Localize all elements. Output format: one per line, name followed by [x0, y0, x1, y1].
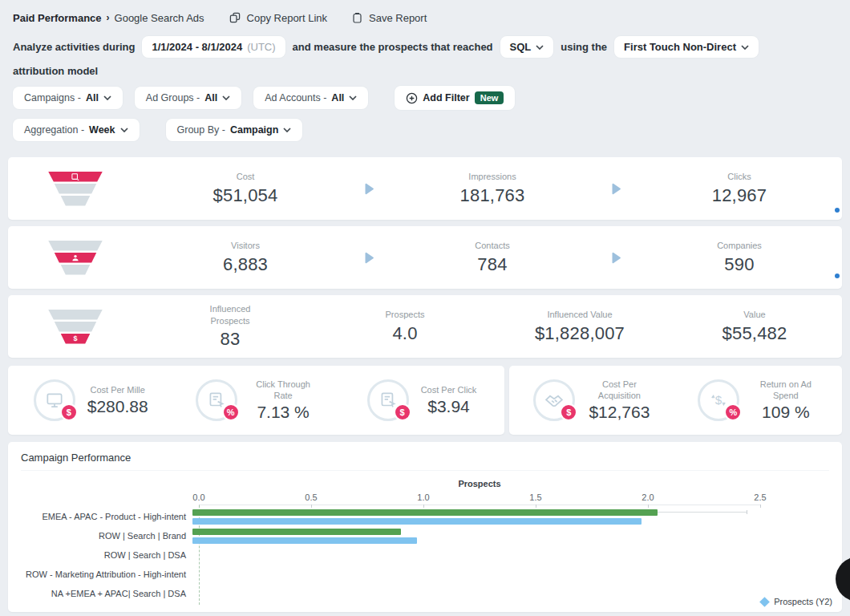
copy-report-link-label: Copy Report Link [247, 12, 327, 24]
stage-select[interactable]: SQL [500, 36, 554, 58]
bar-green[interactable] [192, 529, 401, 535]
dollar-arrows-icon: $ % [698, 379, 739, 421]
breadcrumb: Paid Performance › Google Search Ads [13, 12, 204, 24]
bar-blue[interactable] [192, 518, 642, 525]
query-builder-bar: Analyze activities during 1/1/2024 - 8/1… [13, 36, 837, 77]
kpi-card-outcomes: $ Cost Per Acquisition $12,763 $ % Retur… [509, 366, 842, 435]
ad-groups-filter[interactable]: Ad Groups - All [135, 87, 241, 109]
funnel-row-ads: Cost $51,054 Impressions 181,763 Clicks … [8, 157, 842, 220]
x-axis-line [199, 505, 760, 505]
metric-contacts-value: 784 [477, 254, 507, 275]
arrow-right-icon [348, 252, 390, 264]
breadcrumb-root[interactable]: Paid Performance [13, 12, 102, 24]
bar-blue[interactable] [192, 537, 417, 544]
x-axis-title: Prospects [199, 479, 760, 488]
aggregation-select[interactable]: Aggregation - Week [13, 119, 140, 141]
add-filter-button[interactable]: Add Filter New [395, 86, 515, 110]
kpi-return-on-ad-spend-label: Return on Ad Spend [751, 379, 820, 402]
page-click-icon: $ [367, 379, 409, 421]
report-icon [71, 173, 79, 180]
metric-prospects-value: 4.0 [392, 323, 417, 344]
x-axis-ticks: 0.0 0.5 1.0 1.5 2.0 2.5 [199, 492, 760, 505]
arrow-right-icon [595, 252, 637, 264]
page-root: Paid Performance › Google Search Ads Cop… [0, 0, 850, 616]
metric-influenced-value-value: $1,828,007 [535, 323, 625, 344]
stage-value: SQL [510, 41, 532, 53]
chart-plot-area: EMEA - APAC - Product - High-intent ROW … [21, 507, 829, 603]
kpi-cost-per-mille-label: Cost Per Mille [90, 384, 144, 395]
ad-groups-filter-label: Ad Groups - [146, 92, 200, 103]
metric-contacts-label: Contacts [475, 240, 509, 251]
group-by-value: Campaign [230, 124, 278, 136]
date-timezone: (UTC) [247, 41, 275, 53]
whisker-line [658, 512, 747, 513]
save-report-label: Save Report [369, 12, 427, 24]
funnel-row-conversion: $ Influenced Prospects 83 Prospects 4.0 … [8, 295, 842, 358]
dollar-badge: $ [560, 403, 577, 421]
chevron-down-icon [283, 128, 291, 132]
metric-influenced-value: Influenced Value $1,828,007 [492, 309, 667, 343]
aggregation-value: Week [89, 124, 115, 136]
chevron-down-icon [741, 45, 749, 50]
metric-visitors-value: 6,883 [223, 254, 268, 275]
metric-influenced-prospects-label: Influenced Prospects [198, 303, 262, 326]
dollar-badge: $ [394, 403, 411, 421]
chevron-down-icon [222, 95, 230, 100]
category-label: EMEA - APAC - Product - High-intent [21, 512, 192, 521]
metric-influenced-value-label: Influenced Value [547, 309, 612, 320]
date-range-picker[interactable]: 1/1/2024 - 8/1/2024 (UTC) [142, 36, 285, 58]
breadcrumb-separator: › [107, 12, 110, 23]
kpi-click-through-rate-value: 7.13 % [257, 403, 309, 422]
kpi-cost-per-mille-value: $280.88 [87, 397, 148, 416]
category-label: ROW - Marketing Attribution - High-inten… [21, 569, 192, 579]
campaigns-filter[interactable]: Campaigns - All [13, 87, 123, 109]
ad-accounts-filter-label: Ad Accounts - [265, 92, 326, 103]
monitor-icon: $ [34, 379, 75, 421]
kpi-click-through-rate: % Click Through Rate 7.13 % [173, 379, 338, 423]
metric-impressions: Impressions 181,763 [390, 171, 595, 205]
metric-value-value: $55,482 [722, 323, 787, 344]
date-range-value: 1/1/2024 - 8/1/2024 [152, 41, 242, 53]
funnel-top-highlight-icon [48, 172, 103, 206]
bar-green[interactable] [192, 509, 658, 516]
save-report-button[interactable]: Save Report [351, 11, 427, 24]
new-badge: New [475, 91, 504, 104]
handshake-icon: $ [533, 379, 575, 421]
funnel-row-website: Visitors 6,883 Contacts 784 Companies 59… [8, 226, 842, 289]
metric-cost-label: Cost [237, 171, 255, 182]
campaign-performance-card: Campaign Performance Prospects 0.0 0.5 1… [8, 442, 842, 612]
attribution-model-select[interactable]: First Touch Non-Direct [614, 36, 759, 58]
chevron-down-icon [536, 45, 544, 50]
query-part3: using the [561, 41, 607, 53]
metric-companies-label: Companies [717, 240, 762, 251]
kpi-cost-per-acquisition-label: Cost Per Acquisition [587, 379, 651, 402]
ad-groups-filter-value: All [204, 92, 217, 103]
query-part2: and measure the prospects that reached [293, 41, 493, 53]
chart-row: ROW - Marketing Attribution - High-inten… [21, 565, 829, 584]
group-by-select[interactable]: Group By - Campaign [166, 119, 303, 141]
person-icon [71, 254, 79, 261]
metric-companies-value: 590 [724, 254, 754, 275]
chart-row: NA +EMEA + APAC| Search | DSA [21, 584, 829, 603]
kpi-return-on-ad-spend-value: 109 % [762, 403, 810, 422]
metric-prospects: Prospects 4.0 [318, 309, 492, 343]
category-label: NA +EMEA + APAC| Search | DSA [21, 589, 192, 598]
metric-influenced-prospects: Influenced Prospects 83 [143, 303, 318, 350]
percent-badge: % [724, 403, 742, 421]
kpi-section: $ Cost Per Mille $280.88 % Click Through… [8, 366, 842, 435]
chevron-down-icon [349, 95, 357, 100]
arrow-right-icon [348, 183, 390, 195]
funnel-bottom-highlight-icon: $ [48, 310, 103, 344]
legend-prospects-y2[interactable]: Prospects (Y2) [761, 597, 832, 606]
ad-accounts-filter[interactable]: Ad Accounts - All [253, 87, 368, 109]
filter-chips-row-1: Campaigns - All Ad Groups - All Ad Accou… [13, 86, 837, 110]
aggregation-label: Aggregation - [24, 124, 84, 136]
attribution-model-value: First Touch Non-Direct [624, 41, 736, 53]
query-part1: Analyze activities during [13, 41, 135, 53]
metric-value: Value $55,482 [667, 309, 842, 343]
copy-report-link-button[interactable]: Copy Report Link [229, 11, 327, 24]
filter-chips-row-2: Aggregation - Week Group By - Campaign [13, 119, 837, 141]
query-part4: attribution model [13, 65, 98, 77]
dollar-glyph: $ [73, 334, 77, 342]
kpi-cost-per-click: $ Cost Per Click $3.94 [339, 379, 504, 421]
